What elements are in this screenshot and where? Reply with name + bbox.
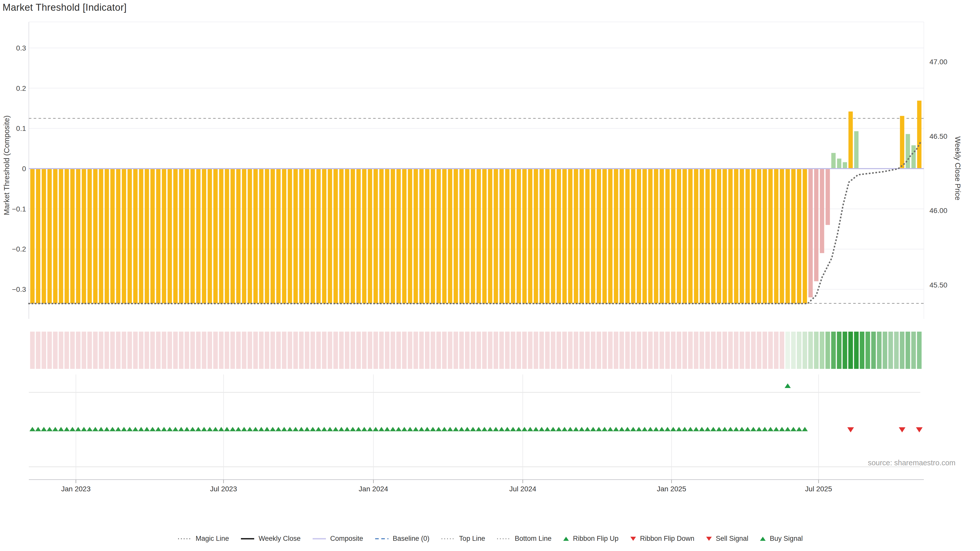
composite-bar — [717, 168, 721, 303]
ribbon-bar — [362, 332, 366, 369]
composite-bar — [511, 168, 515, 303]
ribbon-bar — [202, 332, 207, 369]
composite-bar — [414, 168, 418, 303]
buy-signal-icon — [447, 427, 453, 431]
ribbon-bar — [471, 332, 475, 369]
buy-signal-icon — [144, 427, 150, 431]
composite-bar — [419, 168, 424, 303]
composite-bar — [231, 168, 235, 303]
buy-signal-icon — [608, 427, 613, 431]
buy-signal-icon — [482, 427, 487, 431]
sell-signal-icon — [899, 427, 905, 432]
ribbon-bar — [110, 332, 115, 369]
ribbon-bar — [534, 332, 538, 369]
composite-bar — [711, 168, 715, 303]
legend-label: Composite — [330, 535, 363, 543]
legend-item-sell-signal[interactable]: Sell Signal — [706, 535, 749, 543]
sell-signal-icon — [847, 427, 854, 432]
legend-item-top-line[interactable]: Top Line — [441, 535, 485, 543]
buy-signal-icon — [562, 427, 568, 431]
buy-signal-icon — [367, 427, 373, 431]
composite-bar — [277, 168, 281, 303]
ribbon-bar — [734, 332, 738, 369]
ribbon-bar — [53, 332, 58, 369]
composite-bar — [105, 168, 109, 303]
composite-bar — [179, 168, 183, 303]
x-tick-label: Jan 2023 — [61, 485, 91, 493]
legend-item-bottom-line[interactable]: Bottom Line — [496, 535, 552, 543]
buy-signal-icon — [665, 427, 670, 431]
ribbon-bar — [167, 332, 172, 369]
legend-item-weekly-close[interactable]: Weekly Close — [240, 535, 301, 543]
buy-signal-icon — [716, 427, 722, 431]
buy-signal-icon — [424, 427, 430, 431]
buy-signal-icon — [189, 427, 196, 431]
composite-bar — [236, 168, 241, 303]
composite-bar — [425, 168, 429, 303]
legend-item-baseline-0-[interactable]: Baseline (0) — [374, 535, 430, 543]
ribbon-bar — [162, 332, 166, 369]
legend-item-buy-signal[interactable]: Buy Signal — [759, 535, 803, 543]
ribbon-bar — [585, 332, 590, 369]
composite-bar — [41, 168, 46, 303]
composite-bar — [797, 168, 801, 303]
ribbon-bar — [145, 332, 149, 369]
buy-signal-icon — [539, 427, 545, 431]
composite-bar — [522, 168, 527, 303]
composite-bar — [803, 168, 807, 303]
ribbon-bar — [499, 332, 504, 369]
composite-bar — [625, 168, 630, 303]
composite-bar — [568, 168, 573, 303]
composite-bar — [448, 168, 452, 303]
buy-signal-icon — [739, 427, 745, 431]
buy-signal-icon — [172, 427, 178, 431]
legend-item-composite[interactable]: Composite — [312, 535, 363, 543]
buy-signal-icon — [596, 427, 602, 431]
ribbon-bar — [299, 332, 304, 369]
composite-bar — [597, 168, 601, 303]
ribbon-bar — [156, 332, 161, 369]
composite-bar — [854, 131, 859, 168]
ribbon-bar — [900, 332, 904, 369]
buy-signal-icon — [613, 427, 619, 431]
composite-bar — [402, 168, 407, 303]
ribbon-bar — [442, 332, 447, 369]
ribbon-bar — [671, 332, 676, 369]
ribbon-bar — [539, 332, 544, 369]
legend-item-ribbon-flip-down[interactable]: Ribbon Flip Down — [630, 535, 694, 543]
composite-bar — [328, 168, 332, 303]
buy-signal-icon — [733, 427, 739, 431]
ribbon-bar — [877, 332, 881, 369]
composite-bar — [539, 168, 544, 303]
buy-signal-icon — [396, 427, 401, 431]
ribbon-bar — [631, 332, 635, 369]
ribbon-bar — [173, 332, 178, 369]
x-tick-label: Jul 2024 — [509, 485, 536, 493]
dashed-line-icon — [374, 536, 389, 541]
legend-item-ribbon-flip-up[interactable]: Ribbon Flip Up — [563, 535, 619, 543]
composite-bar — [476, 168, 481, 303]
buy-signal-icon — [379, 427, 384, 431]
buy-signal-icon — [785, 427, 791, 431]
buy-signal-icon — [339, 427, 344, 431]
ribbon-bar — [425, 332, 430, 369]
buy-signal-icon — [653, 427, 659, 431]
buy-signal-icon — [161, 427, 167, 431]
triangle-down-icon — [630, 536, 636, 541]
ribbon-bar — [597, 332, 601, 369]
ribbon-bar — [236, 332, 241, 369]
composite-bar — [225, 168, 229, 303]
ribbon-bar — [70, 332, 75, 369]
buy-signal-icon — [670, 427, 676, 431]
ribbon-bar — [625, 332, 630, 369]
buy-signal-icon — [762, 427, 768, 431]
composite-bar — [190, 168, 195, 303]
ribbon-bar — [310, 332, 315, 369]
legend-label: Baseline (0) — [393, 535, 430, 543]
ribbon-bar — [717, 332, 721, 369]
legend-item-magic-line[interactable]: Magic Line — [177, 535, 229, 543]
dotted-line-icon — [441, 536, 455, 541]
composite-bar — [471, 168, 475, 303]
buy-signal-icon — [230, 427, 235, 431]
left-tick-label: 0.3 — [16, 44, 26, 52]
